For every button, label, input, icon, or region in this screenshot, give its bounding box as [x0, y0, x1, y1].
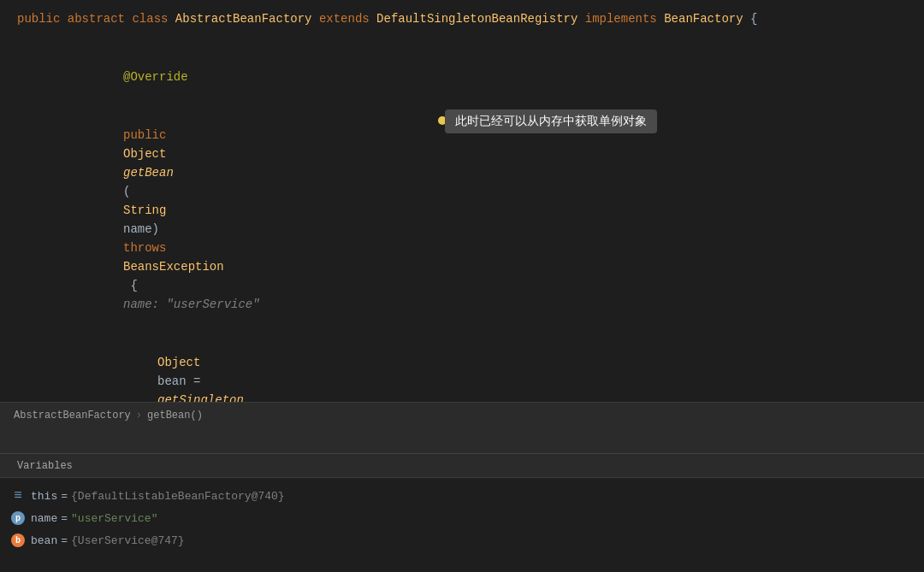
keyword-abstract: abstract	[68, 9, 133, 28]
variables-tab[interactable]: Variables	[10, 460, 80, 472]
name-icon: p	[10, 510, 26, 526]
var-row-name: p name = "userService"	[10, 507, 914, 529]
editor-container: public abstract class AbstractBeanFactor…	[0, 0, 924, 572]
bean-eq: =	[61, 534, 68, 547]
code-line-bean-assign: Object bean = getSingleton (name); bean:…	[0, 333, 924, 402]
tooltip-box: 此时已经可以从内存中获取单例对象	[445, 109, 657, 133]
open-brace: {	[743, 9, 758, 28]
bean-value: {UserService@747}	[71, 534, 185, 547]
code-line-blank1	[0, 29, 924, 48]
middle-gap	[0, 428, 924, 453]
bean-icon: b	[10, 533, 26, 548]
interface-name: BeanFactory	[664, 9, 743, 28]
var-row-bean: b bean = {UserService@747}	[10, 529, 914, 551]
var-row-this: ≡ this = {DefaultListableBeanFactory@740…	[10, 485, 914, 507]
bean-var-name: bean	[31, 534, 57, 547]
breadcrumb-separator: ›	[136, 410, 142, 422]
editor-area[interactable]: public abstract class AbstractBeanFactor…	[0, 0, 924, 402]
bottom-panel: Variables ≡ this = {DefaultListableBeanF…	[0, 453, 924, 572]
annotation-override: @Override	[51, 49, 188, 105]
keyword-class: class	[132, 9, 175, 28]
code-line-1: public abstract class AbstractBeanFactor…	[0, 9, 924, 29]
this-eq: =	[61, 490, 68, 503]
panel-header: Variables	[0, 454, 924, 478]
variables-area: ≡ this = {DefaultListableBeanFactory@740…	[0, 478, 924, 558]
keyword-extends: extends	[319, 9, 376, 28]
this-icon: ≡	[10, 488, 26, 504]
breadcrumb-bar: AbstractBeanFactory › getBean()	[0, 402, 924, 428]
code-line-getbean: public Object getBean ( String name) thr…	[0, 106, 924, 333]
code-line-override: @Override	[0, 48, 924, 106]
breadcrumb-class: AbstractBeanFactory	[14, 410, 131, 422]
keyword-implements: implements	[585, 9, 664, 28]
this-name: this	[31, 490, 57, 503]
this-value: {DefaultListableBeanFactory@740}	[71, 490, 285, 503]
parent-class: DefaultSingletonBeanRegistry	[376, 9, 585, 28]
breadcrumb-method: getBean()	[147, 410, 203, 422]
name-var-name: name	[31, 512, 57, 525]
class-name: AbstractBeanFactory	[175, 9, 319, 28]
keyword-public: public	[17, 9, 68, 28]
name-eq: =	[61, 512, 68, 525]
name-value: "userService"	[71, 512, 157, 525]
